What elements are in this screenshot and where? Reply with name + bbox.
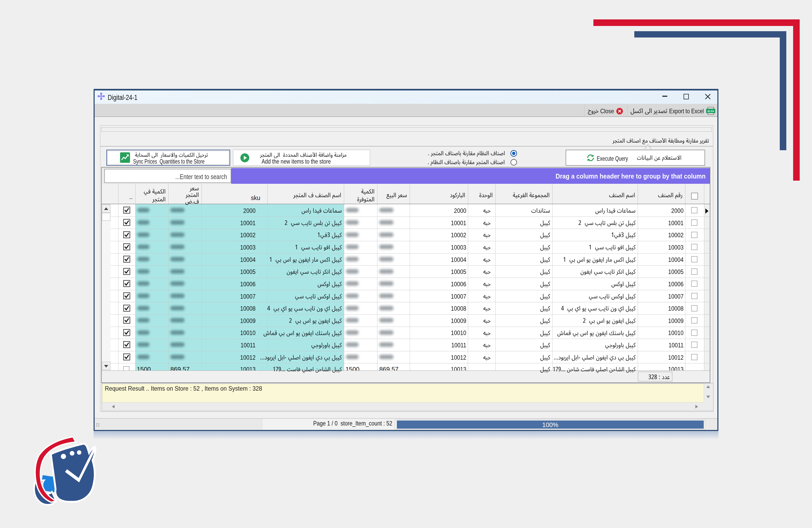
svg-text:XLSX: XLSX bbox=[707, 110, 714, 113]
